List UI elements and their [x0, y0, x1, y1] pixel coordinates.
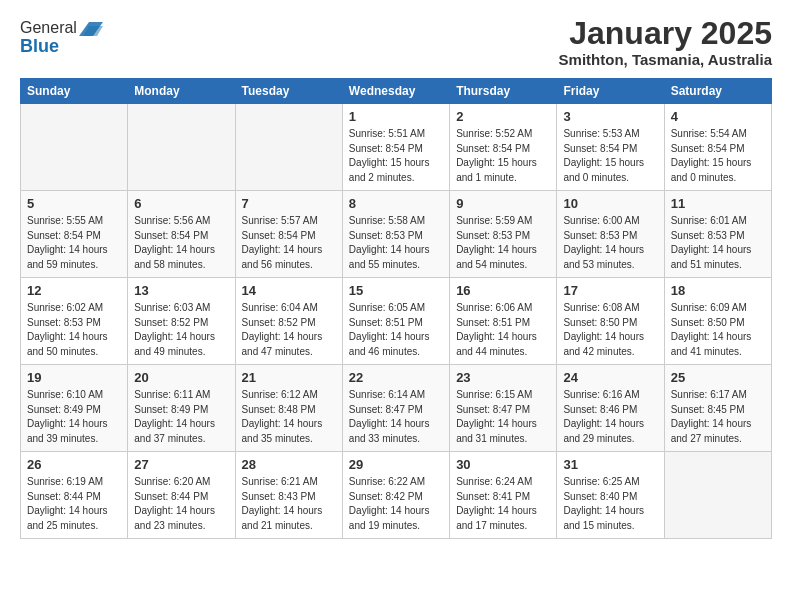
table-row: 23Sunrise: 6:15 AMSunset: 8:47 PMDayligh…	[450, 365, 557, 452]
calendar-subtitle: Smithton, Tasmania, Australia	[559, 51, 772, 68]
day-number: 15	[349, 283, 443, 298]
day-info: Sunrise: 6:01 AMSunset: 8:53 PMDaylight:…	[671, 214, 765, 272]
day-info: Sunrise: 6:25 AMSunset: 8:40 PMDaylight:…	[563, 475, 657, 533]
day-info: Sunrise: 6:17 AMSunset: 8:45 PMDaylight:…	[671, 388, 765, 446]
table-row: 15Sunrise: 6:05 AMSunset: 8:51 PMDayligh…	[342, 278, 449, 365]
day-info: Sunrise: 6:12 AMSunset: 8:48 PMDaylight:…	[242, 388, 336, 446]
col-sunday: Sunday	[21, 79, 128, 104]
day-number: 11	[671, 196, 765, 211]
day-number: 16	[456, 283, 550, 298]
day-number: 8	[349, 196, 443, 211]
day-info: Sunrise: 6:00 AMSunset: 8:53 PMDaylight:…	[563, 214, 657, 272]
calendar-title: January 2025	[559, 16, 772, 51]
table-row: 11Sunrise: 6:01 AMSunset: 8:53 PMDayligh…	[664, 191, 771, 278]
day-info: Sunrise: 6:24 AMSunset: 8:41 PMDaylight:…	[456, 475, 550, 533]
day-number: 9	[456, 196, 550, 211]
day-number: 18	[671, 283, 765, 298]
day-info: Sunrise: 5:54 AMSunset: 8:54 PMDaylight:…	[671, 127, 765, 185]
table-row: 7Sunrise: 5:57 AMSunset: 8:54 PMDaylight…	[235, 191, 342, 278]
table-row: 29Sunrise: 6:22 AMSunset: 8:42 PMDayligh…	[342, 452, 449, 539]
day-info: Sunrise: 6:22 AMSunset: 8:42 PMDaylight:…	[349, 475, 443, 533]
table-row: 26Sunrise: 6:19 AMSunset: 8:44 PMDayligh…	[21, 452, 128, 539]
header: General Blue January 2025 Smithton, Tasm…	[20, 16, 772, 68]
day-info: Sunrise: 5:55 AMSunset: 8:54 PMDaylight:…	[27, 214, 121, 272]
day-number: 26	[27, 457, 121, 472]
table-row	[235, 104, 342, 191]
col-tuesday: Tuesday	[235, 79, 342, 104]
calendar-week-row: 1Sunrise: 5:51 AMSunset: 8:54 PMDaylight…	[21, 104, 772, 191]
logo: General Blue	[20, 16, 103, 57]
table-row: 5Sunrise: 5:55 AMSunset: 8:54 PMDaylight…	[21, 191, 128, 278]
col-thursday: Thursday	[450, 79, 557, 104]
table-row: 22Sunrise: 6:14 AMSunset: 8:47 PMDayligh…	[342, 365, 449, 452]
calendar-week-row: 26Sunrise: 6:19 AMSunset: 8:44 PMDayligh…	[21, 452, 772, 539]
day-info: Sunrise: 6:11 AMSunset: 8:49 PMDaylight:…	[134, 388, 228, 446]
table-row: 6Sunrise: 5:56 AMSunset: 8:54 PMDaylight…	[128, 191, 235, 278]
day-info: Sunrise: 6:14 AMSunset: 8:47 PMDaylight:…	[349, 388, 443, 446]
table-row: 31Sunrise: 6:25 AMSunset: 8:40 PMDayligh…	[557, 452, 664, 539]
day-number: 13	[134, 283, 228, 298]
page: General Blue January 2025 Smithton, Tasm…	[0, 0, 792, 555]
day-info: Sunrise: 6:16 AMSunset: 8:46 PMDaylight:…	[563, 388, 657, 446]
day-number: 21	[242, 370, 336, 385]
day-number: 2	[456, 109, 550, 124]
day-info: Sunrise: 6:06 AMSunset: 8:51 PMDaylight:…	[456, 301, 550, 359]
day-info: Sunrise: 5:57 AMSunset: 8:54 PMDaylight:…	[242, 214, 336, 272]
day-info: Sunrise: 6:05 AMSunset: 8:51 PMDaylight:…	[349, 301, 443, 359]
day-number: 1	[349, 109, 443, 124]
day-number: 19	[27, 370, 121, 385]
table-row: 14Sunrise: 6:04 AMSunset: 8:52 PMDayligh…	[235, 278, 342, 365]
table-row: 3Sunrise: 5:53 AMSunset: 8:54 PMDaylight…	[557, 104, 664, 191]
col-saturday: Saturday	[664, 79, 771, 104]
day-info: Sunrise: 6:09 AMSunset: 8:50 PMDaylight:…	[671, 301, 765, 359]
table-row: 30Sunrise: 6:24 AMSunset: 8:41 PMDayligh…	[450, 452, 557, 539]
day-number: 10	[563, 196, 657, 211]
day-info: Sunrise: 6:10 AMSunset: 8:49 PMDaylight:…	[27, 388, 121, 446]
logo-icon	[79, 16, 103, 40]
day-number: 31	[563, 457, 657, 472]
day-info: Sunrise: 6:21 AMSunset: 8:43 PMDaylight:…	[242, 475, 336, 533]
col-monday: Monday	[128, 79, 235, 104]
day-number: 25	[671, 370, 765, 385]
table-row: 19Sunrise: 6:10 AMSunset: 8:49 PMDayligh…	[21, 365, 128, 452]
table-row: 17Sunrise: 6:08 AMSunset: 8:50 PMDayligh…	[557, 278, 664, 365]
day-info: Sunrise: 5:56 AMSunset: 8:54 PMDaylight:…	[134, 214, 228, 272]
day-number: 23	[456, 370, 550, 385]
day-info: Sunrise: 5:58 AMSunset: 8:53 PMDaylight:…	[349, 214, 443, 272]
table-row: 18Sunrise: 6:09 AMSunset: 8:50 PMDayligh…	[664, 278, 771, 365]
table-row: 20Sunrise: 6:11 AMSunset: 8:49 PMDayligh…	[128, 365, 235, 452]
table-row: 28Sunrise: 6:21 AMSunset: 8:43 PMDayligh…	[235, 452, 342, 539]
table-row: 16Sunrise: 6:06 AMSunset: 8:51 PMDayligh…	[450, 278, 557, 365]
day-info: Sunrise: 6:02 AMSunset: 8:53 PMDaylight:…	[27, 301, 121, 359]
day-number: 22	[349, 370, 443, 385]
day-info: Sunrise: 5:51 AMSunset: 8:54 PMDaylight:…	[349, 127, 443, 185]
table-row: 24Sunrise: 6:16 AMSunset: 8:46 PMDayligh…	[557, 365, 664, 452]
day-number: 20	[134, 370, 228, 385]
table-row	[128, 104, 235, 191]
table-row: 1Sunrise: 5:51 AMSunset: 8:54 PMDaylight…	[342, 104, 449, 191]
day-number: 29	[349, 457, 443, 472]
table-row: 21Sunrise: 6:12 AMSunset: 8:48 PMDayligh…	[235, 365, 342, 452]
day-info: Sunrise: 6:04 AMSunset: 8:52 PMDaylight:…	[242, 301, 336, 359]
calendar-week-row: 19Sunrise: 6:10 AMSunset: 8:49 PMDayligh…	[21, 365, 772, 452]
table-row	[21, 104, 128, 191]
day-info: Sunrise: 6:19 AMSunset: 8:44 PMDaylight:…	[27, 475, 121, 533]
table-row: 10Sunrise: 6:00 AMSunset: 8:53 PMDayligh…	[557, 191, 664, 278]
day-number: 6	[134, 196, 228, 211]
day-number: 3	[563, 109, 657, 124]
table-row	[664, 452, 771, 539]
calendar-week-row: 5Sunrise: 5:55 AMSunset: 8:54 PMDaylight…	[21, 191, 772, 278]
day-info: Sunrise: 5:52 AMSunset: 8:54 PMDaylight:…	[456, 127, 550, 185]
day-info: Sunrise: 6:15 AMSunset: 8:47 PMDaylight:…	[456, 388, 550, 446]
col-wednesday: Wednesday	[342, 79, 449, 104]
day-number: 27	[134, 457, 228, 472]
day-number: 17	[563, 283, 657, 298]
day-info: Sunrise: 6:03 AMSunset: 8:52 PMDaylight:…	[134, 301, 228, 359]
table-row: 25Sunrise: 6:17 AMSunset: 8:45 PMDayligh…	[664, 365, 771, 452]
table-row: 2Sunrise: 5:52 AMSunset: 8:54 PMDaylight…	[450, 104, 557, 191]
table-row: 9Sunrise: 5:59 AMSunset: 8:53 PMDaylight…	[450, 191, 557, 278]
day-number: 14	[242, 283, 336, 298]
day-info: Sunrise: 5:59 AMSunset: 8:53 PMDaylight:…	[456, 214, 550, 272]
day-info: Sunrise: 5:53 AMSunset: 8:54 PMDaylight:…	[563, 127, 657, 185]
table-row: 13Sunrise: 6:03 AMSunset: 8:52 PMDayligh…	[128, 278, 235, 365]
